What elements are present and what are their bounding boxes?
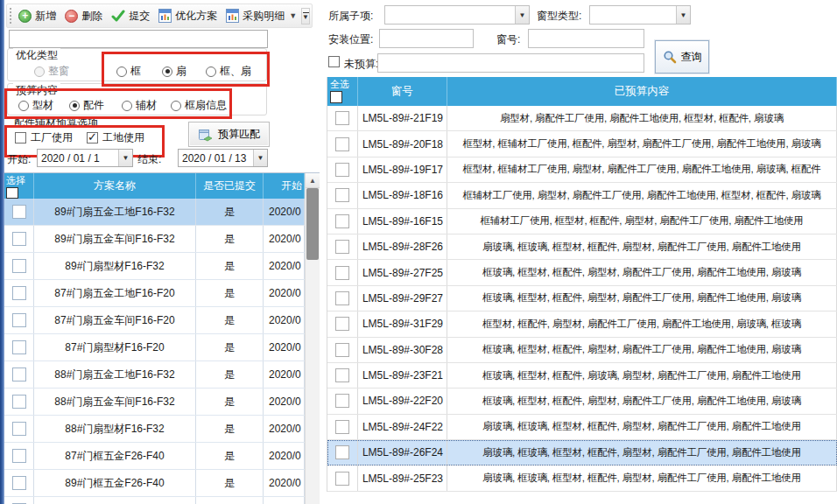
plan-table-row[interactable]: 89#门扇五金工地F16-F32 是 2020/0	[4, 199, 320, 226]
row-checkbox[interactable]	[12, 286, 26, 300]
plan-table-row[interactable]: 87#门扇五金车间F16-F20 是 2020/0	[4, 307, 320, 334]
install-position-input[interactable]	[379, 29, 474, 48]
budgeted-content-cell: 框型材, 框辅材工厂使用, 框配件, 扇型材, 扇配件工厂使用, 扇配件工地使用…	[447, 131, 837, 156]
checkbox-option[interactable]: 工厂使用	[15, 130, 73, 145]
row-checkbox[interactable]	[335, 420, 349, 434]
scroll-up-icon[interactable]: ▲	[306, 173, 320, 188]
row-checkbox[interactable]	[12, 395, 26, 409]
window-table-row[interactable]: LM5L-89#-31F29 框型材, 框配件, 扇型材, 扇配件工厂使用, 扇…	[327, 312, 837, 337]
window-table-row[interactable]: LM5L-89#-20F18 框型材, 框辅材工厂使用, 框配件, 扇型材, 扇…	[327, 131, 837, 157]
row-checkbox[interactable]	[335, 188, 349, 202]
window-table-row[interactable]: LM5L-89#-28F26 扇玻璃, 框玻璃, 框型材, 框配件, 扇型材, …	[327, 234, 837, 260]
submitted-column-header[interactable]: 是否已提交	[196, 173, 264, 199]
start-date-picker[interactable]: 2020 / 01 / 1 ▼	[37, 149, 133, 167]
window-table-row[interactable]: LM5L-89#-24F22 扇玻璃, 框玻璃, 框型材, 框配件, 扇型材, …	[327, 415, 837, 440]
row-checkbox[interactable]	[335, 445, 349, 459]
window-table-row[interactable]: LM5L-89#-21F19 扇型材, 扇配件工厂使用, 扇配件工地使用, 框型…	[327, 106, 837, 131]
row-checkbox[interactable]	[335, 317, 349, 331]
row-checkbox[interactable]	[335, 368, 349, 382]
window-table-row[interactable]: LM5L-89#-22F20 框玻璃, 框型材, 框配件, 扇型材, 扇配件工厂…	[327, 388, 837, 414]
scrollbar-thumb[interactable]	[306, 188, 319, 260]
window-table-row[interactable]: LM5L-89#-18F16 框辅材工厂使用, 扇型材, 扇配件工厂使用, 扇配…	[327, 183, 837, 208]
no-budget-checkbox[interactable]	[328, 56, 340, 67]
plan-search-input[interactable]	[9, 30, 268, 48]
window-table-row[interactable]: LM5L-89#-23F21 框玻璃, 框型材, 框配件, 扇玻璃, 扇型材, …	[327, 363, 837, 388]
row-checkbox[interactable]	[12, 422, 26, 436]
window-table-row[interactable]: LM5L-89#-25F23 扇玻璃, 框玻璃, 框型材, 框配件, 扇型材, …	[327, 466, 837, 491]
plan-table-row[interactable]: 89#门扇型材F16-F32 是 2020/0	[4, 253, 320, 280]
window-table-row[interactable]: LM5L-89#-30F28 框玻璃, 框型材, 框配件, 扇型材, 扇配件工厂…	[327, 338, 837, 363]
submitted-cell: 是	[196, 361, 264, 388]
plan-table-row[interactable]: 87#门扇型材F16-F20 是 2020/0	[4, 334, 320, 361]
budgeted-content-column-header[interactable]: 已预算内容	[447, 77, 837, 106]
delete-button[interactable]: − 删除	[60, 6, 107, 26]
row-checkbox[interactable]	[335, 266, 349, 280]
radio-option[interactable]: 辅材	[122, 98, 157, 113]
radio-option[interactable]: 整窗	[34, 64, 69, 79]
plan-table-row[interactable]: 87#门扇五金工地F16-F20 是 2020/0	[4, 280, 320, 307]
row-checkbox[interactable]	[335, 291, 349, 305]
window-table-row[interactable]: LM5L-89#-26F24 扇玻璃, 框玻璃, 框型材, 框配件, 扇型材, …	[327, 440, 837, 466]
chevron-down-icon[interactable]: ▼	[676, 6, 690, 24]
row-checkbox[interactable]	[12, 340, 26, 354]
row-checkbox[interactable]	[12, 313, 26, 327]
row-checkbox[interactable]	[12, 449, 26, 463]
chevron-down-icon[interactable]: ▼	[118, 150, 132, 166]
row-checkbox[interactable]	[335, 163, 349, 177]
plan-table-row[interactable]: 88#门框五金F21-F40 是 2020/0	[4, 497, 320, 504]
radio-option[interactable]: 配件	[69, 98, 104, 113]
plan-table-row[interactable]: 89#门扇五金车间F16-F32 是 2020/0	[4, 226, 320, 253]
no-budget-input[interactable]	[377, 53, 644, 73]
radio-option[interactable]: 框、扇	[206, 64, 251, 79]
window-table-row[interactable]: LM5L-89#-27F25 框玻璃, 框型材, 框配件, 扇型材, 扇配件工厂…	[327, 260, 837, 285]
plans-table-scrollbar[interactable]: ▲	[305, 173, 320, 504]
window-table-row[interactable]: LM5L-89#-19F17 框型材, 框辅材工厂使用, 扇型材, 扇配件工厂使…	[327, 158, 837, 183]
submit-button[interactable]: 提交	[107, 6, 154, 26]
chevron-down-icon[interactable]: ▼	[253, 150, 267, 166]
row-checkbox[interactable]	[335, 472, 349, 486]
radio-option[interactable]: 框	[116, 64, 141, 79]
row-checkbox[interactable]	[335, 240, 349, 254]
window-no-input[interactable]	[528, 29, 644, 48]
plan-name-column-header[interactable]: 方案名称	[34, 173, 196, 199]
row-checkbox[interactable]	[12, 259, 26, 273]
radio-option[interactable]: 框扇信息	[171, 98, 227, 113]
plan-table-row[interactable]: 88#门扇五金车间F16-F32 是 2020/0	[4, 388, 320, 416]
plan-table-row[interactable]: 88#门扇五金工地F16-F32 是 2020/0	[4, 361, 320, 388]
query-button[interactable]: 查询	[655, 40, 709, 74]
select-all-checkbox[interactable]	[6, 187, 18, 199]
window-type-select[interactable]: ▼	[589, 5, 691, 24]
row-checkbox[interactable]	[12, 476, 26, 490]
plan-table-row[interactable]: 87#门框五金F26-F40 是 2020/0	[4, 443, 320, 470]
window-table-row[interactable]: LM5L-89#-16F15 框辅材工厂使用, 框型材, 框配件, 扇型材, 扇…	[327, 209, 837, 234]
start-column-header[interactable]: 开始	[264, 173, 305, 199]
radio-option[interactable]: 扇	[162, 64, 186, 79]
chevron-down-icon[interactable]: ▼	[515, 6, 529, 24]
budget-match-button[interactable]: 预算匹配	[188, 122, 270, 147]
submitted-cell: 是	[196, 388, 264, 415]
radio-label: 辅材	[136, 98, 157, 113]
start-date-cell: 2020/0	[264, 497, 305, 504]
sub-item-select[interactable]: ▼	[384, 5, 530, 24]
toolbar-overflow-button[interactable]: ▼	[301, 8, 310, 24]
row-checkbox[interactable]	[335, 343, 349, 357]
row-checkbox[interactable]	[335, 214, 349, 228]
row-checkbox[interactable]	[335, 137, 349, 151]
row-checkbox[interactable]	[12, 205, 26, 219]
row-checkbox[interactable]	[335, 394, 349, 408]
select-all-checkbox[interactable]	[330, 91, 342, 103]
row-checkbox[interactable]	[335, 111, 349, 125]
end-date-picker[interactable]: 2020 / 01 / 13 ▼	[178, 149, 268, 167]
purchase-detail-button[interactable]: 采购明细 ▼	[222, 6, 301, 26]
window-no-column-header[interactable]: 窗号	[358, 77, 447, 106]
radio-option[interactable]: 型材	[18, 98, 53, 113]
row-checkbox[interactable]	[12, 232, 26, 246]
plan-table-row[interactable]: 89#门框五金F26-F40 是 2020/0	[4, 470, 320, 497]
window-table-row[interactable]: LM5L-89#-29F27 框玻璃, 框型材, 框配件, 扇型材, 扇配件工厂…	[327, 286, 837, 312]
plan-table-row[interactable]: 88#门扇型材F16-F32 是 2020/0	[4, 416, 320, 443]
optimize-plan-button[interactable]: 优化方案	[154, 6, 222, 26]
row-checkbox[interactable]	[12, 368, 26, 382]
add-button[interactable]: + 新增	[14, 6, 60, 26]
accessory-group-label: 配件辅材预算选项	[12, 116, 100, 130]
checkbox-option[interactable]: 工地使用	[87, 130, 144, 145]
